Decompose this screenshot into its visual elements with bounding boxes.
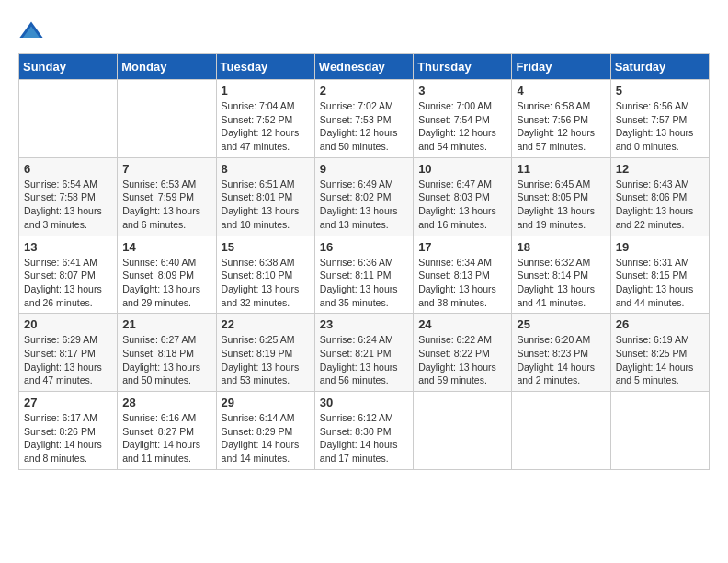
day-info: Sunrise: 6:22 AM Sunset: 8:22 PM Dayligh…: [418, 333, 506, 387]
day-info: Sunrise: 6:58 AM Sunset: 7:56 PM Dayligh…: [517, 99, 605, 154]
day-info: Sunrise: 6:53 AM Sunset: 7:59 PM Dayligh…: [122, 178, 210, 232]
calendar-week-row: 27Sunrise: 6:17 AM Sunset: 8:26 PM Dayli…: [19, 392, 710, 470]
calendar-cell: [19, 80, 118, 158]
calendar-cell: 4Sunrise: 6:58 AM Sunset: 7:56 PM Daylig…: [512, 80, 610, 158]
day-info: Sunrise: 6:20 AM Sunset: 8:23 PM Dayligh…: [517, 333, 605, 387]
calendar-week-row: 1Sunrise: 7:04 AM Sunset: 7:52 PM Daylig…: [19, 80, 710, 158]
day-info: Sunrise: 6:34 AM Sunset: 8:13 PM Dayligh…: [418, 256, 506, 310]
day-number: 21: [122, 317, 210, 331]
calendar-cell: 25Sunrise: 6:20 AM Sunset: 8:23 PM Dayli…: [512, 314, 610, 392]
day-number: 28: [122, 396, 210, 409]
day-number: 6: [24, 162, 112, 176]
day-info: Sunrise: 7:00 AM Sunset: 7:54 PM Dayligh…: [418, 99, 506, 154]
calendar-cell: 26Sunrise: 6:19 AM Sunset: 8:25 PM Dayli…: [610, 314, 709, 392]
calendar-week-row: 20Sunrise: 6:29 AM Sunset: 8:17 PM Dayli…: [19, 314, 710, 392]
day-number: 14: [122, 240, 210, 254]
day-info: Sunrise: 6:41 AM Sunset: 8:07 PM Dayligh…: [24, 256, 112, 310]
calendar-week-row: 6Sunrise: 6:54 AM Sunset: 7:58 PM Daylig…: [19, 157, 710, 236]
calendar-cell: 17Sunrise: 6:34 AM Sunset: 8:13 PM Dayli…: [414, 236, 512, 314]
day-number: 27: [24, 396, 112, 409]
day-info: Sunrise: 6:29 AM Sunset: 8:17 PM Dayligh…: [24, 333, 112, 387]
day-number: 18: [517, 240, 605, 254]
day-info: Sunrise: 6:17 AM Sunset: 8:26 PM Dayligh…: [24, 411, 112, 465]
day-number: 15: [222, 240, 310, 254]
header-day-sunday: Sunday: [19, 54, 118, 80]
day-number: 9: [320, 162, 408, 176]
day-number: 5: [616, 84, 704, 98]
calendar-cell: 18Sunrise: 6:32 AM Sunset: 8:14 PM Dayli…: [512, 236, 610, 314]
header-day-thursday: Thursday: [414, 54, 512, 80]
day-info: Sunrise: 6:47 AM Sunset: 8:03 PM Dayligh…: [418, 178, 506, 232]
day-number: 29: [222, 396, 310, 409]
calendar-cell: 2Sunrise: 7:02 AM Sunset: 7:53 PM Daylig…: [314, 80, 413, 158]
day-info: Sunrise: 6:31 AM Sunset: 8:15 PM Dayligh…: [616, 256, 704, 310]
calendar-cell: 6Sunrise: 6:54 AM Sunset: 7:58 PM Daylig…: [19, 157, 118, 236]
calendar-cell: 11Sunrise: 6:45 AM Sunset: 8:05 PM Dayli…: [512, 157, 610, 236]
day-info: Sunrise: 6:16 AM Sunset: 8:27 PM Dayligh…: [122, 411, 210, 465]
calendar-cell: 20Sunrise: 6:29 AM Sunset: 8:17 PM Dayli…: [19, 314, 118, 392]
day-number: 11: [517, 162, 605, 176]
day-info: Sunrise: 6:51 AM Sunset: 8:01 PM Dayligh…: [222, 178, 310, 232]
calendar-cell: 10Sunrise: 6:47 AM Sunset: 8:03 PM Dayli…: [414, 157, 512, 236]
header-day-tuesday: Tuesday: [216, 54, 314, 80]
calendar-cell: 12Sunrise: 6:43 AM Sunset: 8:06 PM Dayli…: [610, 157, 709, 236]
day-number: 23: [320, 317, 408, 331]
calendar-cell: 21Sunrise: 6:27 AM Sunset: 8:18 PM Dayli…: [118, 314, 216, 392]
day-number: 3: [418, 84, 506, 98]
day-number: 8: [222, 162, 310, 176]
calendar-cell: 28Sunrise: 6:16 AM Sunset: 8:27 PM Dayli…: [118, 392, 216, 470]
calendar-cell: 30Sunrise: 6:12 AM Sunset: 8:30 PM Dayli…: [314, 392, 413, 470]
day-info: Sunrise: 6:24 AM Sunset: 8:21 PM Dayligh…: [320, 333, 408, 387]
header-day-saturday: Saturday: [610, 54, 709, 80]
day-info: Sunrise: 6:25 AM Sunset: 8:19 PM Dayligh…: [222, 333, 310, 387]
calendar-cell: 1Sunrise: 7:04 AM Sunset: 7:52 PM Daylig…: [216, 80, 314, 158]
calendar-cell: [118, 80, 216, 158]
day-number: 19: [616, 240, 704, 254]
calendar-cell: [610, 392, 709, 470]
calendar-cell: 8Sunrise: 6:51 AM Sunset: 8:01 PM Daylig…: [216, 157, 314, 236]
calendar-cell: 14Sunrise: 6:40 AM Sunset: 8:09 PM Dayli…: [118, 236, 216, 314]
day-number: 1: [222, 84, 310, 98]
calendar-week-row: 13Sunrise: 6:41 AM Sunset: 8:07 PM Dayli…: [19, 236, 710, 314]
day-number: 10: [418, 162, 506, 176]
calendar-cell: 27Sunrise: 6:17 AM Sunset: 8:26 PM Dayli…: [19, 392, 118, 470]
calendar-cell: [512, 392, 610, 470]
day-number: 7: [122, 162, 210, 176]
day-number: 2: [320, 84, 408, 98]
day-info: Sunrise: 6:27 AM Sunset: 8:18 PM Dayligh…: [122, 333, 210, 387]
day-info: Sunrise: 7:02 AM Sunset: 7:53 PM Dayligh…: [320, 99, 408, 154]
calendar-cell: 19Sunrise: 6:31 AM Sunset: 8:15 PM Dayli…: [610, 236, 709, 314]
day-info: Sunrise: 6:38 AM Sunset: 8:10 PM Dayligh…: [222, 256, 310, 310]
header-day-wednesday: Wednesday: [314, 54, 413, 80]
calendar: SundayMondayTuesdayWednesdayThursdayFrid…: [18, 53, 710, 470]
calendar-cell: 23Sunrise: 6:24 AM Sunset: 8:21 PM Dayli…: [314, 314, 413, 392]
calendar-cell: 22Sunrise: 6:25 AM Sunset: 8:19 PM Dayli…: [216, 314, 314, 392]
logo-icon: [18, 18, 44, 44]
calendar-cell: 3Sunrise: 7:00 AM Sunset: 7:54 PM Daylig…: [414, 80, 512, 158]
day-info: Sunrise: 6:45 AM Sunset: 8:05 PM Dayligh…: [517, 178, 605, 232]
logo: [18, 18, 48, 44]
header: [18, 18, 710, 44]
day-info: Sunrise: 6:43 AM Sunset: 8:06 PM Dayligh…: [616, 178, 704, 232]
calendar-cell: 5Sunrise: 6:56 AM Sunset: 7:57 PM Daylig…: [610, 80, 709, 158]
day-number: 17: [418, 240, 506, 254]
day-info: Sunrise: 6:14 AM Sunset: 8:29 PM Dayligh…: [222, 411, 310, 465]
day-info: Sunrise: 7:04 AM Sunset: 7:52 PM Dayligh…: [222, 99, 310, 154]
day-number: 25: [517, 317, 605, 331]
calendar-cell: [414, 392, 512, 470]
calendar-cell: 13Sunrise: 6:41 AM Sunset: 8:07 PM Dayli…: [19, 236, 118, 314]
day-number: 24: [418, 317, 506, 331]
day-number: 13: [24, 240, 112, 254]
day-number: 22: [222, 317, 310, 331]
day-info: Sunrise: 6:36 AM Sunset: 8:11 PM Dayligh…: [320, 256, 408, 310]
calendar-cell: 29Sunrise: 6:14 AM Sunset: 8:29 PM Dayli…: [216, 392, 314, 470]
day-number: 4: [517, 84, 605, 98]
calendar-header-row: SundayMondayTuesdayWednesdayThursdayFrid…: [19, 54, 710, 80]
day-info: Sunrise: 6:19 AM Sunset: 8:25 PM Dayligh…: [616, 333, 704, 387]
day-info: Sunrise: 6:49 AM Sunset: 8:02 PM Dayligh…: [320, 178, 408, 232]
day-number: 12: [616, 162, 704, 176]
header-day-monday: Monday: [118, 54, 216, 80]
day-number: 26: [616, 317, 704, 331]
day-info: Sunrise: 6:56 AM Sunset: 7:57 PM Dayligh…: [616, 99, 704, 154]
day-number: 20: [24, 317, 112, 331]
